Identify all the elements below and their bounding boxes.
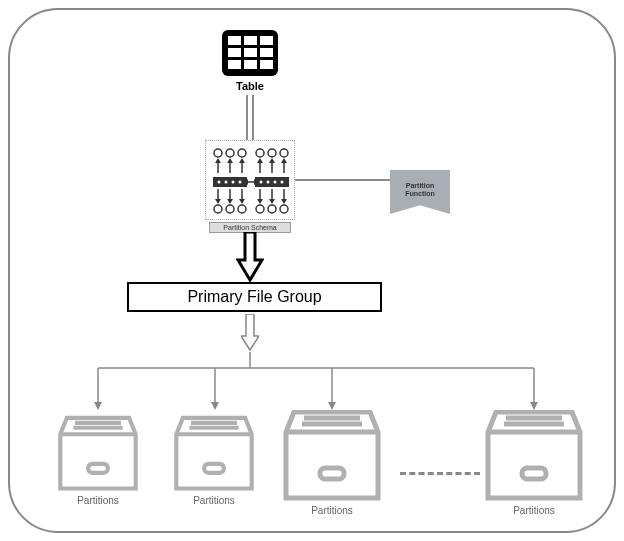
svg-rect-65 [320,468,344,479]
partition-label-2: Partitions [173,495,255,506]
svg-point-45 [281,181,284,184]
svg-rect-2 [244,36,257,45]
svg-point-33 [256,205,264,213]
svg-point-29 [256,149,264,157]
svg-rect-9 [260,60,273,69]
partition-function-label-1: Partition [406,182,434,189]
svg-rect-1 [228,36,241,45]
svg-point-44 [274,181,277,184]
svg-rect-4 [228,48,241,57]
connector-table-to-schema [243,95,257,140]
svg-rect-5 [244,48,257,57]
partition-label-3: Partitions [282,505,382,516]
partition-drawer-n: Partitions [484,410,584,502]
svg-point-17 [226,205,234,213]
svg-rect-6 [260,48,273,57]
svg-rect-7 [228,60,241,69]
table-icon [220,28,280,78]
svg-point-42 [260,181,263,184]
arrow-schema-to-filegroup [236,232,264,282]
svg-point-13 [226,149,234,157]
primary-file-group-box: Primary File Group [127,282,382,312]
svg-point-30 [268,149,276,157]
svg-point-31 [280,149,288,157]
svg-rect-57 [88,464,108,473]
partition-drawer-3: Partitions [282,410,382,502]
partition-drawer-2: Partitions [173,415,255,493]
partition-function-label-2: Function [405,190,435,197]
svg-rect-69 [522,468,546,479]
svg-point-28 [239,181,242,184]
partition-schema-box [205,140,295,220]
arrow-filegroup-down [241,314,259,352]
svg-point-14 [238,149,246,157]
svg-point-27 [232,181,235,184]
svg-point-26 [225,181,228,184]
svg-rect-61 [204,464,224,473]
svg-point-34 [268,205,276,213]
ellipsis-icon [400,472,480,475]
svg-rect-8 [244,60,257,69]
partition-label-1: Partitions [57,495,139,506]
svg-point-43 [267,181,270,184]
diagram-frame: Table [8,8,616,533]
fanout-connector [50,352,560,414]
svg-point-25 [218,181,221,184]
partition-label-n: Partitions [484,505,584,516]
connector-function-to-schema [295,178,391,182]
primary-file-group-label: Primary File Group [187,288,321,306]
svg-point-16 [214,205,222,213]
svg-point-12 [214,149,222,157]
svg-point-18 [238,205,246,213]
table-label: Table [225,80,275,92]
svg-point-35 [280,205,288,213]
partition-drawer-1: Partitions [57,415,139,493]
svg-rect-3 [260,36,273,45]
partition-function-badge: Partition Function [390,170,450,214]
